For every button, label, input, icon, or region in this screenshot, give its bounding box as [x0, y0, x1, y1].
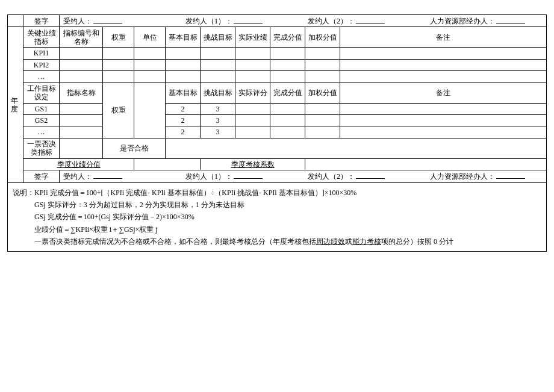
receiver-label: 受约人： — [63, 17, 92, 25]
col-actual-rating: 实际评分 — [235, 82, 270, 103]
col-unit: 单位 — [134, 27, 166, 48]
notes-section: 说明：KPIi 完成分值＝100+[（KPIi 完成值- KPIi 基本目标值）… — [7, 183, 547, 252]
year-label-cell: 年度 — [8, 27, 23, 182]
col-remark: 备注 — [340, 27, 547, 48]
kpi-row: KPI2 — [8, 59, 547, 70]
gs-name: GS1 — [23, 103, 60, 114]
note-line-3: GSj 完成分值＝100+(Gsj 实际评分值－2)×100×30% — [13, 211, 541, 223]
issuer1-label: 发约人（1）： — [185, 172, 232, 181]
kpi-name: KPI1 — [23, 48, 60, 59]
kpi-section-header: 关键业绩指标 — [23, 27, 60, 48]
issuer2-line[interactable] — [356, 16, 385, 23]
signature-row-top: 签字 受约人： 发约人（1）： 发约人（2）： 人力资源部经办人： — [8, 15, 547, 27]
issuer1-line[interactable] — [234, 16, 263, 23]
issuer1-label: 发约人（1）： — [185, 17, 232, 25]
col-weight-gs: 权重 — [103, 82, 134, 138]
year-label: 年度 — [11, 96, 20, 113]
blank-cell — [8, 15, 23, 27]
note-line-2: GSj 实际评分：3 分为超过目标，2 分为实现目标，1 分为未达目标 — [13, 199, 541, 211]
blank-cell — [60, 138, 103, 158]
signature-fields: 受约人： 发约人（1）： 发约人（2）： 人力资源部经办人： — [60, 15, 547, 27]
quarter-coef-label: 季度考核系数 — [201, 158, 305, 170]
gs-row: GS223 — [8, 114, 547, 126]
col-code-name: 指标编号和名称 — [60, 27, 103, 48]
note-line-1: KPIi 完成分值＝100+[（KPIi 完成值- KPIi 基本目标值）÷（K… — [34, 188, 356, 197]
col-base-target-gs: 基本目标 — [166, 82, 201, 103]
quarter-row: 季度业绩分值 季度考核系数 — [8, 158, 547, 170]
col-challenge-target: 挑战目标 — [201, 27, 235, 48]
gs-section-header: 工作目标设定 — [23, 82, 60, 103]
appraisal-table: 签字 受约人： 发约人（1）： 发约人（2）： 人力资源部经办人： 年度 关键业… — [7, 14, 547, 183]
col-actual-perf: 实际业绩 — [235, 27, 270, 48]
col-challenge-target-gs: 挑战目标 — [201, 82, 235, 103]
sign-label: 签字 — [23, 15, 60, 27]
note-5-part-c: 项的总分）按照 0 分计 — [381, 237, 453, 246]
veto-row: 一票否决类指标 是否合格 — [8, 138, 547, 158]
col-base-target: 基本目标 — [166, 27, 201, 48]
col-remark-gs: 备注 — [340, 82, 547, 103]
note-5-underline-2: 能力考核 — [352, 237, 381, 246]
col-indicator-name: 指标名称 — [60, 82, 103, 103]
gs-name: GS2 — [23, 114, 60, 126]
kpi-name: … — [23, 71, 60, 82]
signature-row-bottom: 签字 受约人： 发约人（1）： 发约人（2）： 人力资源部经办人： — [8, 170, 547, 182]
hr-label: 人力资源部经办人： — [430, 17, 495, 25]
issuer2-line[interactable] — [356, 172, 385, 179]
gs-challenge: 3 — [201, 126, 235, 138]
document-page: 签字 受约人： 发约人（1）： 发约人（2）： 人力资源部经办人： 年度 关键业… — [7, 14, 547, 252]
gs-base: 2 — [166, 103, 201, 114]
note-line-5: 一票否决类指标完成情况为不合格或不合格，如不合格，则最终考核总分（年度考核包括周… — [13, 235, 541, 247]
signature-fields-bottom: 受约人： 发约人（1）： 发约人（2）： 人力资源部经办人： — [60, 170, 547, 182]
note-5-underline-1: 周边绩效 — [316, 237, 345, 246]
blank-wide-cell — [166, 138, 547, 158]
veto-header: 一票否决类指标 — [23, 138, 60, 158]
blank-cell — [134, 158, 201, 170]
note-5-part-a: 一票否决类指标完成情况为不合格或不合格，如不合格，则最终考核总分（年度考核包括 — [34, 237, 316, 246]
hr-line[interactable] — [496, 172, 525, 179]
gs-row: GS123 — [8, 103, 547, 114]
blank-unit-cell — [134, 82, 166, 138]
hr-line[interactable] — [496, 16, 525, 23]
issuer1-line[interactable] — [234, 172, 263, 179]
issuer2-label: 发约人（2）： — [308, 172, 355, 181]
sign-label: 签字 — [23, 170, 60, 182]
gs-name: … — [23, 126, 60, 138]
is-qualified-label: 是否合格 — [103, 138, 166, 158]
receiver-label: 受约人： — [63, 172, 92, 181]
note-line-4: 业绩分值＝∑KPIi×权重 i＋∑GSj×权重 j — [13, 223, 541, 235]
col-weighted-score-gs: 加权分值 — [305, 82, 340, 103]
kpi-row: KPI1 — [8, 48, 547, 59]
gs-challenge: 3 — [201, 114, 235, 126]
kpi-name: KPI2 — [23, 59, 60, 70]
col-completion-score: 完成分值 — [270, 27, 305, 48]
hr-label: 人力资源部经办人： — [430, 172, 495, 181]
col-completion-score-gs: 完成分值 — [270, 82, 305, 103]
gs-row: …23 — [8, 126, 547, 138]
col-weight: 权重 — [103, 27, 134, 48]
issuer2-label: 发约人（2）： — [308, 17, 355, 25]
blank-cell — [305, 158, 547, 170]
gs-header-row: 工作目标设定 指标名称 权重 基本目标 挑战目标 实际评分 完成分值 加权分值 … — [8, 82, 547, 103]
receiver-line[interactable] — [93, 172, 122, 179]
note-5-part-b: 或 — [345, 237, 352, 246]
kpi-header-row: 年度 关键业绩指标 指标编号和名称 权重 单位 基本目标 挑战目标 实际业绩 完… — [8, 27, 547, 48]
receiver-line[interactable] — [93, 16, 122, 23]
kpi-row: … — [8, 71, 547, 82]
quarter-score-label: 季度业绩分值 — [23, 158, 134, 170]
gs-base: 2 — [166, 114, 201, 126]
gs-challenge: 3 — [201, 103, 235, 114]
col-weighted-score: 加权分值 — [305, 27, 340, 48]
notes-label: 说明： — [13, 188, 34, 197]
gs-base: 2 — [166, 126, 201, 138]
